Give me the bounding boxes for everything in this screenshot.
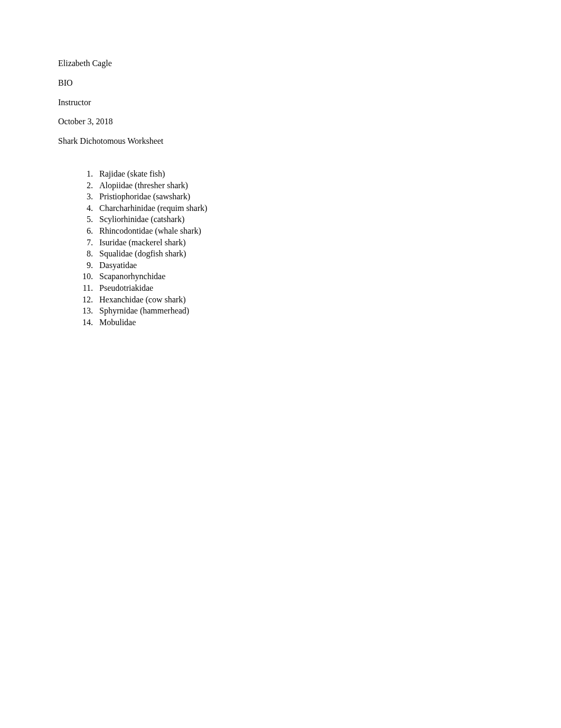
list-item: Pseudotriakidae — [95, 282, 503, 294]
list-item: Hexanchidae (cow shark) — [95, 294, 503, 306]
list-item: Scyliorhinidae (catshark) — [95, 214, 503, 225]
list-item: Scapanorhynchidae — [95, 271, 503, 282]
list-item: Squalidae (dogfish shark) — [95, 248, 503, 260]
list-item: Sphyrnidae (hammerhead) — [95, 305, 503, 317]
list-item: Isuridae (mackerel shark) — [95, 237, 503, 248]
list-item: Pristiophoridae (sawshark) — [95, 191, 503, 202]
course-code: BIO — [58, 78, 503, 89]
list-item: Alopiidae (thresher shark) — [95, 180, 503, 191]
list-item: Mobulidae — [95, 317, 503, 328]
instructor-label: Instructor — [58, 97, 503, 108]
list-item: Dasyatidae — [95, 260, 503, 271]
worksheet-title: Shark Dichotomous Worksheet — [58, 136, 503, 147]
list-item: Charcharhinidae (requim shark) — [95, 202, 503, 214]
list-item: Rajidae (skate fish) — [95, 168, 503, 180]
document-date: October 3, 2018 — [58, 116, 503, 127]
shark-list: Rajidae (skate fish) Alopiidae (thresher… — [95, 168, 503, 328]
student-name: Elizabeth Cagle — [58, 58, 503, 69]
list-item: Rhincodontidae (whale shark) — [95, 225, 503, 237]
